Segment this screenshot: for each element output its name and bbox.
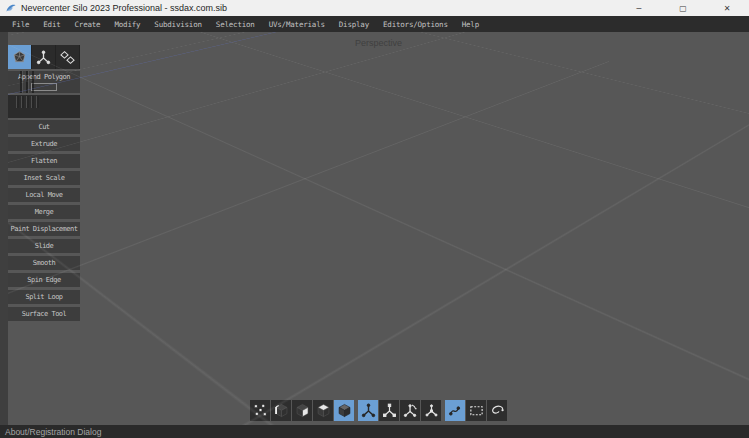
title-bar: Nevercenter Silo 2023 Professional - ssd… xyxy=(0,0,749,16)
menu-item[interactable]: UVs/Materials xyxy=(269,20,325,29)
menu-item[interactable]: Modify xyxy=(114,20,140,29)
maximize-button[interactable]: ▢ xyxy=(661,0,705,16)
status-text: About/Registration Dialog xyxy=(5,427,101,437)
camera-label: Perspective xyxy=(8,38,749,48)
render-glitch-artifact xyxy=(16,96,40,108)
universal-tool-icon[interactable] xyxy=(379,400,399,421)
menu-item[interactable]: File xyxy=(12,20,29,29)
tool-button[interactable]: Inset Scale xyxy=(8,171,80,185)
tool-button[interactable]: Surface Tool xyxy=(8,307,80,321)
multiselect-mode-icon[interactable] xyxy=(334,400,354,421)
rotate-tool-icon[interactable] xyxy=(400,400,420,421)
menu-item[interactable]: Help xyxy=(462,20,479,29)
tool-button[interactable]: Paint Displacement xyxy=(8,222,80,236)
glitched-tool-button[interactable] xyxy=(8,95,80,118)
viewport-3d[interactable]: Perspective xyxy=(8,32,749,425)
edge-mode-icon[interactable] xyxy=(271,400,291,421)
left-edge-strip xyxy=(0,32,8,425)
tool-button[interactable]: Spin Edge xyxy=(8,273,80,287)
selection-mode-group xyxy=(250,400,354,421)
append-polygon-button[interactable]: Append Polygon xyxy=(8,71,80,93)
marquee-select-icon[interactable] xyxy=(466,400,486,421)
window-controls: ─ ▢ ✕ xyxy=(617,0,749,16)
tool-button[interactable]: Extrude xyxy=(8,137,80,151)
tripod-icon xyxy=(36,50,51,65)
vertex-mode-icon[interactable] xyxy=(250,400,270,421)
tab-manipulators[interactable] xyxy=(32,45,55,69)
menu-bar: File Edit Create Modify Subdivision Sele… xyxy=(0,16,749,32)
curve-select-icon[interactable] xyxy=(445,400,465,421)
tool-button[interactable]: Flatten xyxy=(8,154,80,168)
minimize-button[interactable]: ─ xyxy=(617,0,661,16)
silo-app-icon xyxy=(5,2,17,14)
lasso-select-icon[interactable] xyxy=(487,400,507,421)
move-tool-icon[interactable] xyxy=(358,400,378,421)
render-glitch-artifact xyxy=(20,71,34,93)
double-diamond-icon xyxy=(60,50,75,65)
menu-item[interactable]: Display xyxy=(339,20,369,29)
tool-button[interactable]: Split Loop xyxy=(8,290,80,304)
menu-item[interactable]: Subdivision xyxy=(154,20,201,29)
object-mode-icon[interactable] xyxy=(313,400,333,421)
tab-materials[interactable] xyxy=(56,45,79,69)
tab-modeling-tools[interactable] xyxy=(8,45,31,69)
window-title: Nevercenter Silo 2023 Professional - ssd… xyxy=(21,3,227,13)
tool-button[interactable]: Local Move xyxy=(8,188,80,202)
tool-button[interactable]: Smooth xyxy=(8,256,80,270)
tool-button[interactable]: Merge xyxy=(8,205,80,219)
tool-button[interactable]: Cut xyxy=(8,120,80,134)
face-mode-icon[interactable] xyxy=(292,400,312,421)
app-window: Nevercenter Silo 2023 Professional - ssd… xyxy=(0,0,749,438)
tool-panel: Append Polygon Cut Extrude Flatten xyxy=(8,45,80,324)
manipulator-group xyxy=(358,400,441,421)
glitch-box xyxy=(31,83,57,91)
main-area: Perspective xyxy=(0,32,749,425)
menu-item[interactable]: Editors/Options xyxy=(383,20,448,29)
status-bar: About/Registration Dialog xyxy=(0,425,749,438)
close-button[interactable]: ✕ xyxy=(705,0,749,16)
menu-item[interactable]: Create xyxy=(75,20,101,29)
menu-item[interactable]: Selection xyxy=(216,20,255,29)
select-style-group xyxy=(445,400,507,421)
tool-panel-tabs xyxy=(8,45,80,69)
scale-tool-icon[interactable] xyxy=(421,400,441,421)
menu-item[interactable]: Edit xyxy=(43,20,60,29)
faceted-cube-icon xyxy=(12,50,27,65)
bottom-toolbar xyxy=(8,400,749,421)
tool-button[interactable]: Slide xyxy=(8,239,80,253)
tool-button-list: Cut Extrude Flatten Inset Scale Local Mo… xyxy=(8,120,80,321)
